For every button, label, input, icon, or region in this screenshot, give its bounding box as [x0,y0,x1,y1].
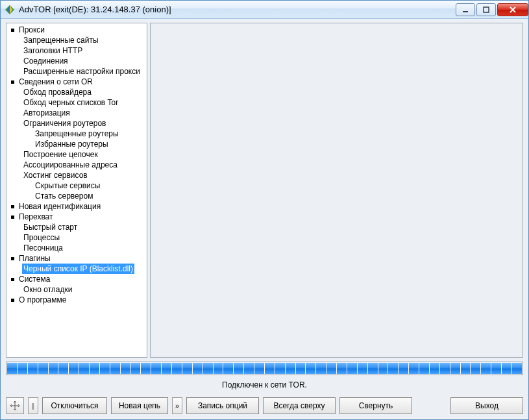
tree-item[interactable]: Обход черных списков Tor [6,97,147,108]
tree-item[interactable]: Сведения о сети OR [6,77,147,87]
tree-item[interactable]: Черный список IP (Blacklist.dll) [6,264,147,274]
tree-item[interactable]: О программе [6,295,147,305]
progress-segment [38,363,48,374]
progress-segment [162,363,171,374]
progress-segment [275,363,285,374]
progress-segment [151,363,161,374]
progress-segment [419,363,429,374]
progress-segment [7,363,17,374]
bullet-icon [10,204,15,209]
nav-tree[interactable]: ПроксиЗапрещенные сайтыЗаголовки HTTPСое… [6,23,147,358]
progress-segment [110,363,120,374]
progress-segment [399,363,408,374]
progress-segment [286,363,295,374]
progress-segment [450,363,460,374]
tree-item[interactable]: Авторизация [6,108,147,118]
tree-item[interactable]: Скрытые сервисы [6,180,147,191]
tree-item-label: Новая идентификация [18,201,102,212]
tree-item-label: О программе [18,295,68,305]
disconnect-button[interactable]: Отключиться [42,397,107,414]
tree-item-label: Ассоциированные адреса [22,160,119,170]
tree-item-label: Расширенные настройки прокси [22,66,141,77]
window-title: AdvTOR [exit(DE): 31.24.148.37 (onion)] [19,5,454,14]
tree-item[interactable]: Хостинг сервисов [6,170,147,180]
progress-segment [430,363,439,374]
tree-item[interactable]: Система [6,274,147,284]
tree-item-label: Избранные роутеры [34,139,110,149]
tree-item[interactable]: Быстрый старт [6,222,147,232]
tree-item-label: Песочница [22,243,64,253]
minimize-window-button[interactable] [456,3,475,16]
progress-segment [502,363,511,374]
bullet-icon [10,28,15,32]
tree-item-label: Авторизация [22,108,71,118]
tree-item[interactable]: Заголовки HTTP [6,45,147,56]
exit-button[interactable]: Выход [450,397,523,414]
tree-item-label: Заголовки HTTP [22,45,84,56]
tree-item-label: Быстрый старт [22,222,79,232]
tree-item-label: Скрытые сервисы [34,180,101,191]
tree-item-label: Ограничения роутеров [22,118,107,129]
app-icon [5,5,15,15]
progress-segment [90,363,99,374]
tree-item-label: Окно отладки [22,284,74,295]
progress-segment [440,363,450,374]
progress-segment [223,363,233,374]
bullet-icon [10,80,15,84]
progress-segment [512,363,522,374]
progress-segment [58,363,68,374]
tree-item[interactable]: Обход провайдера [6,87,147,97]
maximize-window-button[interactable] [476,3,496,16]
tree-item-label: Соединения [22,56,69,66]
tree-item[interactable]: Построение цепочек [6,149,147,160]
save-options-button[interactable]: Запись опций [186,397,259,414]
progress-segment [368,363,378,374]
tree-item[interactable]: Прокси [6,25,147,35]
tree-item[interactable]: Расширенные настройки прокси [6,66,147,77]
minimize-button[interactable]: Свернуть [339,397,412,414]
tree-item-label: Прокси [18,25,46,35]
progress-segment [265,363,275,374]
tree-item[interactable]: Окно отладки [6,284,147,295]
progress-segment [141,363,151,374]
new-chain-more-button[interactable]: » [172,397,182,414]
tree-item[interactable]: Плагины [6,253,147,264]
bullet-icon [10,298,15,303]
new-chain-button[interactable]: Новая цепь [111,397,168,414]
svg-rect-4 [484,7,489,12]
progress-segment [214,363,223,374]
tree-item-label: Плагины [18,253,52,264]
expand-adj-button[interactable]: | [28,397,38,414]
progress-segment [296,363,306,374]
app-window: AdvTOR [exit(DE): 31.24.148.37 (onion)] … [0,0,529,420]
progress-segment [337,363,347,374]
tree-item-label: Обход провайдера [22,87,93,97]
tree-item[interactable]: Запрещенные сайты [6,35,147,45]
tree-item[interactable]: Ассоциированные адреса [6,160,147,170]
progress-segment [172,363,182,374]
progress-segment [316,363,326,374]
button-row: | Отключиться Новая цепь » Запись опций … [6,397,523,414]
window-buttons [454,3,528,16]
progress-segment [182,363,192,374]
tree-item[interactable]: Избранные роутеры [6,139,147,149]
progress-segment [131,363,141,374]
progress-segment [254,363,264,374]
tree-item[interactable]: Стать сервером [6,191,147,201]
tree-item-label: Запрещенные роутеры [34,129,120,139]
progress-segment [471,363,480,374]
tree-item[interactable]: Процессы [6,232,147,243]
tree-item[interactable]: Новая идентификация [6,201,147,212]
tree-item-label: Сведения о сети OR [18,77,94,87]
always-on-top-button[interactable]: Всегда сверху [263,397,336,414]
expand-icon-button[interactable] [6,397,24,414]
tree-item[interactable]: Ограничения роутеров [6,118,147,129]
close-window-button[interactable] [497,3,528,16]
tree-item[interactable]: Перехват [6,212,147,222]
tree-item[interactable]: Запрещенные роутеры [6,129,147,139]
tree-item[interactable]: Песочница [6,243,147,253]
tree-item[interactable]: Соединения [6,56,147,66]
progress-segment [49,363,58,374]
tree-item-label: Перехват [18,212,55,222]
progress-segment [121,363,130,374]
